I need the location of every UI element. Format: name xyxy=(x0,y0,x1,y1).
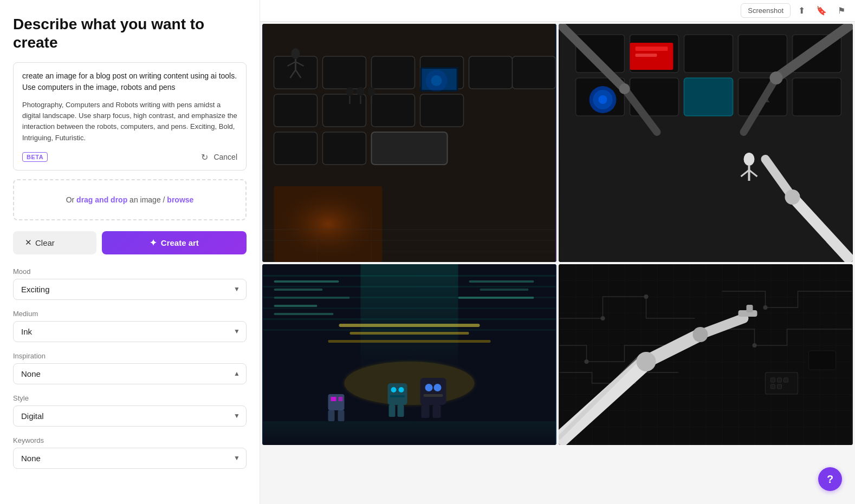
flag-icon-button[interactable]: ⚑ xyxy=(834,3,848,18)
svg-point-102 xyxy=(434,384,442,391)
svg-rect-99 xyxy=(398,405,404,417)
svg-rect-125 xyxy=(784,378,788,382)
mood-select[interactable]: ExcitingCalmDramaticRomanticMysteriousPl… xyxy=(13,279,247,300)
svg-point-26 xyxy=(368,87,375,96)
svg-rect-91 xyxy=(339,397,343,401)
image-card-4[interactable] xyxy=(559,264,853,445)
svg-rect-105 xyxy=(433,405,441,418)
image-star-button-1[interactable]: ☆ xyxy=(491,30,509,48)
svg-rect-3 xyxy=(372,56,415,89)
main-content: Screenshot ⬆ 🔖 ⚑ xyxy=(260,0,855,504)
svg-point-112 xyxy=(763,305,768,310)
medium-select-wrapper: InkOil PaintWatercolorPencilDigitalCharc… xyxy=(13,321,247,342)
cancel-button[interactable]: Cancel xyxy=(213,153,237,161)
drag-drop-link[interactable]: drag and drop xyxy=(76,195,127,204)
svg-rect-80 xyxy=(274,297,350,299)
svg-rect-86 xyxy=(339,324,480,327)
svg-rect-104 xyxy=(422,405,430,418)
svg-rect-127 xyxy=(778,384,782,389)
svg-rect-93 xyxy=(338,410,345,421)
svg-rect-51 xyxy=(636,54,657,57)
svg-rect-68 xyxy=(684,78,733,116)
svg-rect-13 xyxy=(372,132,448,165)
svg-rect-88 xyxy=(328,340,491,343)
style-select[interactable]: DigitalRealisticAbstractCartoonSketch xyxy=(13,405,247,427)
svg-point-101 xyxy=(425,384,433,391)
prompt-enhanced-text: Photography, Computers and Robots writin… xyxy=(22,100,237,143)
svg-point-113 xyxy=(753,343,757,348)
svg-rect-92 xyxy=(328,410,335,421)
svg-point-57 xyxy=(619,83,630,94)
top-bar-icons: ⬆ 🔖 ⚑ xyxy=(795,3,848,18)
svg-point-54 xyxy=(599,95,607,104)
svg-rect-10 xyxy=(420,94,464,127)
keywords-select[interactable]: None xyxy=(13,448,247,469)
svg-point-111 xyxy=(585,359,589,364)
svg-rect-78 xyxy=(274,280,339,283)
image-card-2[interactable]: A xyxy=(559,24,853,262)
sidebar: Describe what you want to create create … xyxy=(0,0,260,504)
svg-rect-90 xyxy=(331,397,336,401)
image-copy-button-1[interactable]: ⧉ xyxy=(512,30,529,48)
image-svg-4 xyxy=(559,264,853,445)
prompt-footer: BETA ↻ Cancel xyxy=(22,152,237,162)
svg-rect-79 xyxy=(274,289,323,291)
mood-label: Mood xyxy=(13,267,247,276)
svg-rect-29 xyxy=(274,186,383,262)
screenshot-button[interactable]: Screenshot xyxy=(741,3,791,18)
inspiration-select[interactable]: NoneImpressionismCubismSurrealismMinimal… xyxy=(13,363,247,384)
svg-rect-97 xyxy=(390,395,405,397)
drag-drop-text-before: Or xyxy=(66,195,76,204)
create-art-button[interactable]: ✦ Create art xyxy=(102,231,247,254)
svg-rect-6 xyxy=(513,56,556,89)
beta-badge: BETA xyxy=(22,152,48,162)
svg-rect-82 xyxy=(274,313,334,315)
svg-point-60 xyxy=(770,71,783,84)
svg-point-95 xyxy=(391,387,397,392)
image-card-3[interactable] xyxy=(262,264,556,445)
svg-rect-84 xyxy=(480,289,529,291)
keywords-field-group: Keywords None ▼ xyxy=(13,436,247,469)
image-card-1[interactable]: ☆ ⧉ ⬇ xyxy=(262,24,556,262)
drag-drop-area: Or drag and drop an image / browse xyxy=(13,179,247,220)
svg-point-109 xyxy=(601,316,605,320)
image-download-button-1[interactable]: ⬇ xyxy=(533,30,550,48)
sparkle-icon: ✦ xyxy=(150,238,157,248)
svg-point-24 xyxy=(357,87,365,96)
image-visual-3 xyxy=(262,264,556,445)
medium-label: Medium xyxy=(13,310,247,318)
style-field-group: Style DigitalRealisticAbstractCartoonSke… xyxy=(13,394,247,427)
svg-rect-11 xyxy=(274,132,318,165)
svg-rect-12 xyxy=(323,132,366,165)
svg-rect-41 xyxy=(739,35,787,73)
inspiration-label: Inspiration xyxy=(13,352,247,360)
mood-select-wrapper: ExcitingCalmDramaticRomanticMysteriousPl… xyxy=(13,279,247,300)
svg-rect-50 xyxy=(636,47,668,51)
svg-rect-40 xyxy=(684,35,733,73)
svg-rect-89 xyxy=(328,394,345,410)
svg-point-110 xyxy=(644,294,649,299)
svg-rect-8 xyxy=(323,94,366,127)
svg-point-61 xyxy=(744,153,755,166)
inspiration-select-wrapper: NoneImpressionismCubismSurrealismMinimal… xyxy=(13,363,247,384)
prompt-input-text: create an image for a blog post on writi… xyxy=(22,70,237,93)
svg-rect-83 xyxy=(469,280,534,283)
svg-rect-5 xyxy=(469,56,513,89)
refresh-button[interactable]: ↻ xyxy=(201,152,208,162)
image-svg-2: A xyxy=(559,24,853,262)
bookmark-icon-button[interactable]: 🔖 xyxy=(813,3,830,18)
svg-rect-106 xyxy=(263,421,556,445)
clear-button[interactable]: ✕ Clear xyxy=(13,231,96,254)
help-button[interactable]: ? xyxy=(818,467,842,491)
page-title: Describe what you want to create xyxy=(13,15,247,51)
svg-rect-47 xyxy=(793,78,841,116)
share-icon-button[interactable]: ⬆ xyxy=(795,3,808,18)
medium-select[interactable]: InkOil PaintWatercolorPencilDigitalCharc… xyxy=(13,321,247,342)
browse-link[interactable]: browse xyxy=(167,195,193,204)
svg-rect-123 xyxy=(771,378,775,382)
svg-point-22 xyxy=(346,87,354,96)
svg-rect-126 xyxy=(771,384,775,389)
svg-point-118 xyxy=(693,327,708,342)
image-visual-2: A xyxy=(559,24,853,262)
svg-point-36 xyxy=(431,75,442,86)
